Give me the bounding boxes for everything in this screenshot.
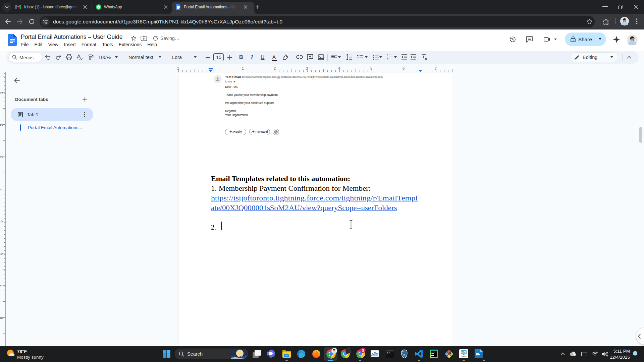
svg-text:3: 3 <box>387 58 388 60</box>
svg-text:C:\_: C:\_ <box>387 352 392 355</box>
svg-text:TaskPro: TaskPro <box>462 352 466 353</box>
svg-text:PC: PC <box>431 352 435 355</box>
